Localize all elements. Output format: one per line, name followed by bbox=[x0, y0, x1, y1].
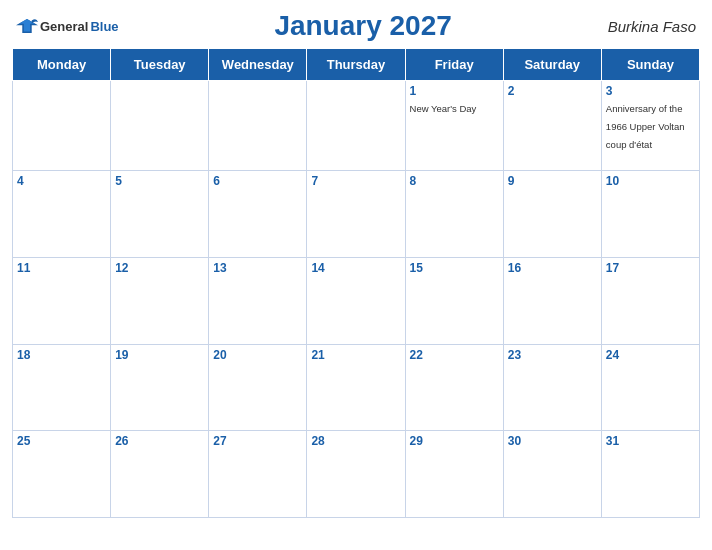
day-number: 24 bbox=[606, 348, 695, 362]
day-number: 1 bbox=[410, 84, 499, 98]
calendar-cell: 14 bbox=[307, 257, 405, 344]
weekday-header-sunday: Sunday bbox=[601, 49, 699, 81]
day-number: 4 bbox=[17, 174, 106, 188]
logo-bird-icon bbox=[16, 17, 38, 35]
calendar-cell: 23 bbox=[503, 344, 601, 431]
day-number: 9 bbox=[508, 174, 597, 188]
calendar-cell: 22 bbox=[405, 344, 503, 431]
day-event: New Year's Day bbox=[410, 103, 477, 114]
day-number: 20 bbox=[213, 348, 302, 362]
week-row-2: 45678910 bbox=[13, 171, 700, 258]
week-row-5: 25262728293031 bbox=[13, 431, 700, 518]
calendar-cell: 27 bbox=[209, 431, 307, 518]
calendar-cell: 25 bbox=[13, 431, 111, 518]
weekday-header-monday: Monday bbox=[13, 49, 111, 81]
calendar-cell bbox=[111, 81, 209, 171]
calendar-cell: 6 bbox=[209, 171, 307, 258]
calendar-cell: 26 bbox=[111, 431, 209, 518]
day-number: 29 bbox=[410, 434, 499, 448]
calendar-cell: 18 bbox=[13, 344, 111, 431]
calendar-cell: 24 bbox=[601, 344, 699, 431]
day-number: 18 bbox=[17, 348, 106, 362]
day-number: 31 bbox=[606, 434, 695, 448]
day-number: 15 bbox=[410, 261, 499, 275]
day-event: Anniversary of the 1966 Upper Voltan cou… bbox=[606, 103, 685, 150]
weekday-header-friday: Friday bbox=[405, 49, 503, 81]
weekday-header-thursday: Thursday bbox=[307, 49, 405, 81]
calendar-cell: 29 bbox=[405, 431, 503, 518]
day-number: 5 bbox=[115, 174, 204, 188]
day-number: 27 bbox=[213, 434, 302, 448]
logo-text: General Blue bbox=[16, 17, 119, 35]
calendar-cell: 4 bbox=[13, 171, 111, 258]
day-number: 11 bbox=[17, 261, 106, 275]
calendar-cell bbox=[209, 81, 307, 171]
day-number: 23 bbox=[508, 348, 597, 362]
logo-blue-text: Blue bbox=[90, 19, 118, 34]
day-number: 7 bbox=[311, 174, 400, 188]
month-title: January 2027 bbox=[274, 10, 451, 42]
calendar-header: General Blue January 2027 Burkina Faso bbox=[12, 10, 700, 42]
day-number: 16 bbox=[508, 261, 597, 275]
day-number: 8 bbox=[410, 174, 499, 188]
logo-area: General Blue bbox=[16, 17, 119, 35]
day-number: 3 bbox=[606, 84, 695, 98]
calendar-cell bbox=[13, 81, 111, 171]
day-number: 21 bbox=[311, 348, 400, 362]
calendar-cell: 15 bbox=[405, 257, 503, 344]
day-number: 12 bbox=[115, 261, 204, 275]
day-number: 30 bbox=[508, 434, 597, 448]
calendar-cell: 13 bbox=[209, 257, 307, 344]
logo-general-text: General bbox=[40, 19, 88, 34]
calendar-cell: 1New Year's Day bbox=[405, 81, 503, 171]
calendar-cell: 16 bbox=[503, 257, 601, 344]
calendar-cell: 3Anniversary of the 1966 Upper Voltan co… bbox=[601, 81, 699, 171]
calendar-cell: 28 bbox=[307, 431, 405, 518]
day-number: 10 bbox=[606, 174, 695, 188]
calendar-cell: 10 bbox=[601, 171, 699, 258]
calendar-cell: 9 bbox=[503, 171, 601, 258]
calendar-cell: 20 bbox=[209, 344, 307, 431]
calendar-cell: 2 bbox=[503, 81, 601, 171]
calendar-container: General Blue January 2027 Burkina Faso M… bbox=[0, 0, 712, 550]
week-row-4: 18192021222324 bbox=[13, 344, 700, 431]
day-number: 13 bbox=[213, 261, 302, 275]
week-row-3: 11121314151617 bbox=[13, 257, 700, 344]
calendar-cell: 8 bbox=[405, 171, 503, 258]
day-number: 28 bbox=[311, 434, 400, 448]
calendar-cell: 21 bbox=[307, 344, 405, 431]
country-name: Burkina Faso bbox=[608, 18, 696, 35]
weekday-header-row: MondayTuesdayWednesdayThursdayFridaySatu… bbox=[13, 49, 700, 81]
day-number: 17 bbox=[606, 261, 695, 275]
calendar-grid: MondayTuesdayWednesdayThursdayFridaySatu… bbox=[12, 48, 700, 518]
calendar-cell: 19 bbox=[111, 344, 209, 431]
day-number: 6 bbox=[213, 174, 302, 188]
day-number: 19 bbox=[115, 348, 204, 362]
calendar-cell: 17 bbox=[601, 257, 699, 344]
calendar-cell: 31 bbox=[601, 431, 699, 518]
calendar-cell bbox=[307, 81, 405, 171]
day-number: 26 bbox=[115, 434, 204, 448]
day-number: 2 bbox=[508, 84, 597, 98]
weekday-header-saturday: Saturday bbox=[503, 49, 601, 81]
weekday-header-wednesday: Wednesday bbox=[209, 49, 307, 81]
calendar-cell: 12 bbox=[111, 257, 209, 344]
day-number: 25 bbox=[17, 434, 106, 448]
calendar-cell: 7 bbox=[307, 171, 405, 258]
day-number: 22 bbox=[410, 348, 499, 362]
calendar-cell: 5 bbox=[111, 171, 209, 258]
day-number: 14 bbox=[311, 261, 400, 275]
calendar-cell: 11 bbox=[13, 257, 111, 344]
calendar-cell: 30 bbox=[503, 431, 601, 518]
weekday-header-tuesday: Tuesday bbox=[111, 49, 209, 81]
week-row-1: 1New Year's Day23Anniversary of the 1966… bbox=[13, 81, 700, 171]
